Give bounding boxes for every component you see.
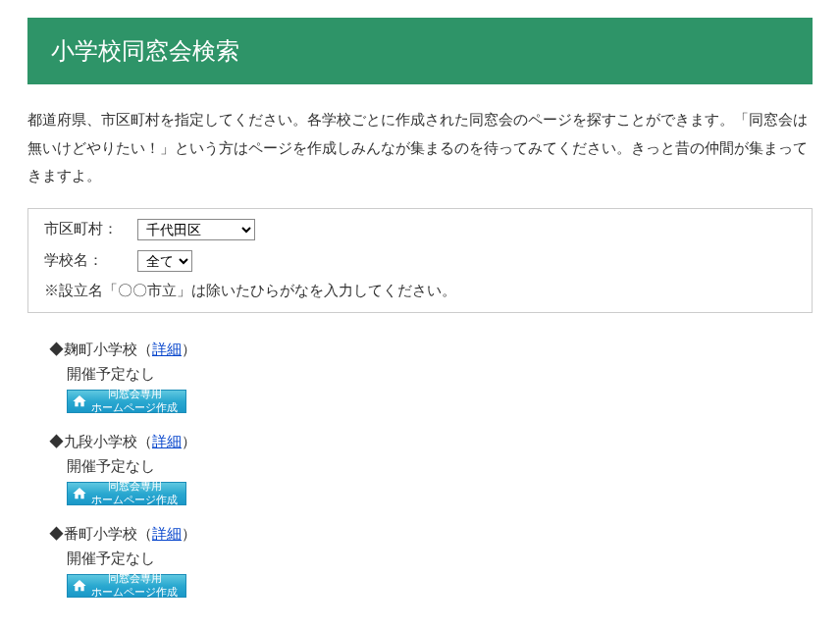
paren-open: （ [137, 433, 152, 449]
bullet-icon: ◆ [49, 433, 64, 449]
school-status: 開催予定なし [67, 457, 813, 476]
school-item: ◆番町小学校（詳細） 開催予定なし 同窓会専用 ホームページ作成 [49, 525, 813, 598]
create-btn-text: 同窓会専用 ホームページ作成 [91, 572, 178, 598]
school-name: 麹町小学校 [64, 341, 137, 357]
home-icon [72, 394, 87, 409]
school-item: ◆九段小学校（詳細） 開催予定なし 同窓会専用 ホームページ作成 [49, 433, 813, 505]
detail-link[interactable]: 詳細 [152, 341, 182, 357]
school-select[interactable]: 全て [137, 250, 192, 272]
create-homepage-button[interactable]: 同窓会専用 ホームページ作成 [67, 482, 186, 505]
detail-link[interactable]: 詳細 [152, 525, 182, 542]
school-status: 開催予定なし [67, 365, 813, 384]
create-homepage-button[interactable]: 同窓会専用 ホームページ作成 [67, 390, 186, 413]
paren-close: ） [182, 341, 196, 357]
create-btn-line1: 同窓会専用 [91, 388, 178, 400]
ward-label: 市区町村： [44, 220, 137, 238]
page-title: 小学校同窓会検索 [51, 35, 789, 67]
school-name-line: ◆麹町小学校（詳細） [49, 341, 813, 359]
create-btn-line2: ホームページ作成 [91, 494, 178, 506]
school-name: 九段小学校 [64, 433, 137, 449]
description-text: 都道府県、市区町村を指定してください。各学校ごとに作成された同窓会のページを探す… [27, 106, 813, 190]
form-note: ※設立名「〇〇市立」は除いたひらがなを入力してください。 [44, 282, 796, 300]
school-name: 番町小学校 [64, 525, 137, 542]
create-btn-line1: 同窓会専用 [91, 480, 178, 493]
home-icon [72, 486, 87, 501]
school-name-line: ◆番町小学校（詳細） [49, 525, 813, 544]
create-btn-line1: 同窓会専用 [91, 572, 178, 585]
school-status: 開催予定なし [67, 550, 813, 568]
bullet-icon: ◆ [49, 525, 64, 542]
school-item: ◆麹町小学校（詳細） 開催予定なし 同窓会専用 ホームページ作成 [49, 341, 813, 413]
home-icon [72, 578, 87, 594]
create-btn-line2: ホームページ作成 [91, 401, 178, 414]
search-form: 市区町村： 千代田区 学校名： 全て ※設立名「〇〇市立」は除いたひらがなを入力… [27, 208, 813, 313]
bullet-icon: ◆ [49, 341, 64, 357]
form-row-ward: 市区町村： 千代田区 [44, 219, 796, 240]
paren-close: ） [182, 433, 196, 449]
detail-link[interactable]: 詳細 [152, 433, 182, 449]
create-btn-line2: ホームページ作成 [91, 586, 178, 599]
results-list: ◆麹町小学校（詳細） 開催予定なし 同窓会専用 ホームページ作成 ◆九段小学校（… [49, 341, 813, 598]
create-btn-text: 同窓会専用 ホームページ作成 [91, 480, 178, 505]
create-btn-text: 同窓会専用 ホームページ作成 [91, 388, 178, 413]
ward-select[interactable]: 千代田区 [137, 219, 255, 240]
school-name-line: ◆九段小学校（詳細） [49, 433, 813, 451]
paren-close: ） [182, 525, 196, 542]
form-row-school: 学校名： 全て [44, 250, 796, 272]
page-header: 小学校同窓会検索 [27, 18, 813, 84]
paren-open: （ [137, 341, 152, 357]
create-homepage-button[interactable]: 同窓会専用 ホームページ作成 [67, 574, 186, 598]
school-label: 学校名： [44, 251, 137, 270]
paren-open: （ [137, 525, 152, 542]
